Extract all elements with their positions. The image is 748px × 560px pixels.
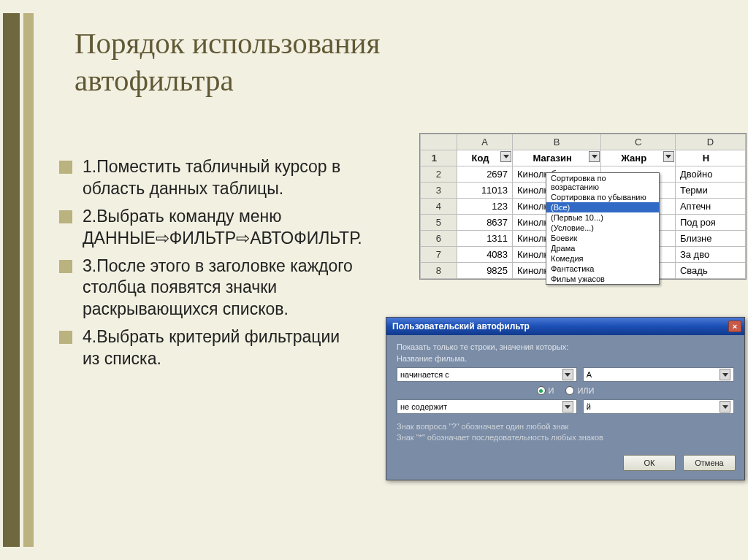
bullet-list: 1.Поместить табличный курсор в область д… xyxy=(59,156,359,376)
bullet-icon xyxy=(59,161,72,174)
radio-and[interactable]: И xyxy=(537,386,554,395)
dialog-titlebar[interactable]: Пользовательский автофильтр × xyxy=(386,318,744,335)
bullet-icon xyxy=(59,260,72,273)
dropdown-item[interactable]: (Условие...) xyxy=(546,223,659,233)
filter-button[interactable] xyxy=(500,151,511,162)
list-item-text: 2.Выбрать команду меню ДАННЫЕ⇨ФИЛЬТР⇨АВТ… xyxy=(83,206,362,250)
field-header[interactable]: Код xyxy=(457,150,512,166)
row-header[interactable]: 1 xyxy=(421,150,457,166)
dropdown-item[interactable]: Комедия xyxy=(546,253,659,264)
field-header[interactable]: Магазин xyxy=(513,150,601,166)
dropdown-item[interactable]: Драма xyxy=(546,243,659,253)
chevron-down-icon[interactable] xyxy=(562,401,573,413)
dropdown-item[interactable]: Фильм ужасов xyxy=(546,274,659,284)
col-header[interactable]: A xyxy=(457,134,512,150)
chevron-down-icon[interactable] xyxy=(562,369,573,380)
dropdown-item[interactable]: Сортировка по убыванию xyxy=(546,192,659,202)
dialog-hints: Знак вопроса "?" обозначает один любой з… xyxy=(397,421,734,443)
operator-2-select[interactable]: не содержит xyxy=(397,399,577,414)
list-item: 3.После этого в заголовке каждого столбц… xyxy=(59,256,359,321)
value-2-input[interactable]: й xyxy=(583,399,734,414)
dropdown-item[interactable]: Сортировка по возрастанию xyxy=(546,173,659,192)
dropdown-item[interactable]: Фантастика xyxy=(546,264,659,274)
operator-1-select[interactable]: начинается с xyxy=(397,367,577,382)
autofilter-dropdown[interactable]: Сортировка по возрастанию Сортировка по … xyxy=(546,172,660,285)
col-header[interactable]: B xyxy=(513,134,601,150)
list-item-text: 1.Поместить табличный курсор в область д… xyxy=(83,156,359,200)
dialog-prompt: Показать только те строки, значения кото… xyxy=(397,342,734,351)
corner-cell[interactable] xyxy=(421,134,457,150)
list-item: 4.Выбрать критерий фильтрации из списка. xyxy=(59,326,359,370)
ok-button[interactable]: ОК xyxy=(623,455,676,471)
filter-button[interactable] xyxy=(589,151,600,162)
value-1-input[interactable]: А xyxy=(583,367,734,382)
filter-button[interactable] xyxy=(663,151,674,162)
slide-title: Порядок использования автофильтра xyxy=(75,25,380,100)
field-header[interactable]: Жанр xyxy=(601,150,676,166)
list-item: 2.Выбрать команду меню ДАННЫЕ⇨ФИЛЬТР⇨АВТ… xyxy=(59,206,359,250)
title-line-2: автофильтра xyxy=(75,64,234,97)
radio-icon xyxy=(537,386,546,395)
col-header[interactable]: D xyxy=(675,134,745,150)
accent-stripe xyxy=(3,13,44,547)
col-header[interactable]: C xyxy=(601,134,676,150)
dialog-field-name: Название фильма. xyxy=(397,354,734,363)
close-icon[interactable]: × xyxy=(728,321,741,332)
dropdown-item-selected[interactable]: (Все) xyxy=(546,202,659,212)
field-header[interactable]: Н xyxy=(675,150,745,166)
dropdown-item[interactable]: (Первые 10...) xyxy=(546,212,659,223)
bullet-icon xyxy=(59,331,72,344)
title-line-1: Порядок использования xyxy=(75,26,380,60)
list-item-text: 4.Выбрать критерий фильтрации из списка. xyxy=(83,326,359,370)
chevron-down-icon[interactable] xyxy=(720,369,730,380)
list-item: 1.Поместить табличный курсор в область д… xyxy=(59,156,359,200)
list-item-text: 3.После этого в заголовке каждого столбц… xyxy=(83,256,359,321)
radio-or[interactable]: ИЛИ xyxy=(565,386,594,395)
cancel-button[interactable]: Отмена xyxy=(683,455,736,471)
radio-icon xyxy=(565,386,574,395)
dropdown-item[interactable]: Боевик xyxy=(546,233,659,243)
dialog-title: Пользовательский автофильтр xyxy=(392,321,530,331)
custom-autofilter-dialog: Пользовательский автофильтр × Показать т… xyxy=(386,317,745,480)
bullet-icon xyxy=(59,210,72,223)
chevron-down-icon[interactable] xyxy=(720,401,730,413)
